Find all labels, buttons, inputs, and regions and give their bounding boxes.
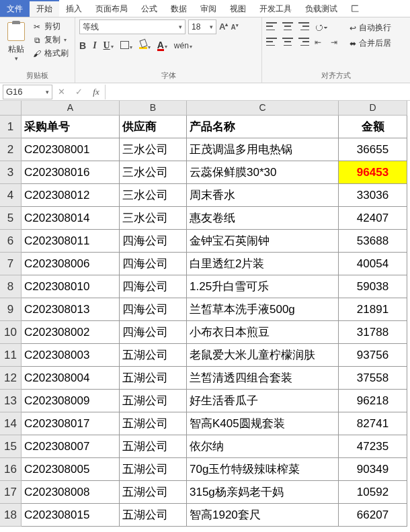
col-header-C[interactable]: C [187, 101, 339, 116]
cell[interactable]: C202308007 [22, 435, 120, 458]
row-header[interactable]: 14 [0, 412, 22, 435]
cell[interactable]: 四海公司 [120, 275, 187, 298]
cell[interactable]: 老鼠爱大米儿童柠檬润肤 [187, 344, 339, 367]
cell[interactable]: 42407 [339, 207, 407, 230]
chevron-down-icon[interactable]: ▾ [190, 44, 192, 50]
cell[interactable]: 47235 [339, 435, 407, 458]
cell[interactable]: C202308002 [22, 321, 120, 344]
cell[interactable]: 96453 [339, 161, 407, 184]
decrease-indent-button[interactable]: ⇤ [315, 38, 325, 46]
cell[interactable]: 兰皙清透四组合套装 [187, 367, 339, 390]
name-box[interactable]: G16 ▾ [3, 85, 52, 99]
cell[interactable]: 周末香水 [187, 184, 339, 207]
row-header[interactable]: 17 [0, 481, 22, 504]
cell[interactable]: 59038 [339, 275, 407, 298]
row-header[interactable]: 4 [0, 184, 22, 207]
cell[interactable]: 五湖公司 [120, 458, 187, 481]
cell[interactable]: 云蕊保鲜膜30*30 [187, 161, 339, 184]
cell[interactable]: C202308004 [22, 367, 120, 390]
cell[interactable]: 四海公司 [120, 298, 187, 321]
align-right-button[interactable] [298, 38, 309, 46]
select-all-corner[interactable] [0, 101, 22, 116]
cell[interactable]: 产品名称 [187, 116, 339, 138]
align-top-button[interactable] [266, 22, 277, 30]
cell[interactable]: C202308005 [22, 458, 120, 481]
row-header[interactable]: 12 [0, 367, 22, 390]
cell[interactable]: 好生活香瓜子 [187, 390, 339, 412]
cell[interactable]: 五湖公司 [120, 344, 187, 367]
cell[interactable]: 依尔纳 [187, 435, 339, 458]
increase-indent-button[interactable]: ⇥ [331, 38, 341, 46]
align-middle-button[interactable] [282, 22, 293, 30]
font-name-combo[interactable]: 等线 ▾ [79, 19, 186, 34]
cell[interactable]: C202308015 [22, 504, 120, 527]
cell[interactable]: 1.25升白雪可乐 [187, 275, 339, 298]
cell[interactable]: 智高K405圆规套装 [187, 412, 339, 435]
cell[interactable]: 采购单号 [22, 116, 120, 138]
chevron-down-icon[interactable]: ▾ [64, 37, 67, 43]
cell[interactable]: 白里透红2片装 [187, 253, 339, 275]
cell[interactable]: C202308016 [22, 161, 120, 184]
row-header[interactable]: 15 [0, 435, 22, 458]
cell[interactable]: 兰皙草本洗手液500g [187, 298, 339, 321]
font-color-button[interactable]: A [157, 41, 164, 51]
border-button[interactable] [120, 41, 129, 49]
merge-center-button[interactable]: ⬌ 合并后居 [350, 38, 391, 49]
cell[interactable]: 37558 [339, 367, 407, 390]
cut-button[interactable]: ✂ 剪切 [32, 21, 69, 32]
cell[interactable]: 五湖公司 [120, 412, 187, 435]
row-header[interactable]: 6 [0, 230, 22, 253]
col-header-B[interactable]: B [120, 101, 187, 116]
cell[interactable]: 96218 [339, 390, 407, 412]
tab-home[interactable]: 开始 [30, 0, 59, 17]
underline-button[interactable]: U [104, 40, 110, 50]
cell[interactable]: 三水公司 [120, 207, 187, 230]
cell[interactable]: 供应商 [120, 116, 187, 138]
tab-data[interactable]: 数据 [164, 0, 194, 17]
tab-extra[interactable]: 匚 [344, 0, 366, 17]
cell[interactable]: 五湖公司 [120, 504, 187, 527]
fill-color-button[interactable] [139, 41, 147, 49]
cell[interactable]: C202308009 [22, 390, 120, 412]
cell[interactable]: 53688 [339, 230, 407, 253]
col-header-A[interactable]: A [22, 101, 120, 116]
phonetic-button[interactable]: wén▾ [174, 41, 192, 50]
align-center-button[interactable] [282, 38, 293, 46]
cell[interactable]: 五湖公司 [120, 367, 187, 390]
row-header[interactable]: 3 [0, 161, 22, 184]
formula-input[interactable] [105, 85, 410, 99]
row-header[interactable]: 13 [0, 390, 22, 412]
paste-button[interactable]: 粘贴 ▾ [4, 19, 28, 69]
cell[interactable]: C202308014 [22, 207, 120, 230]
cell[interactable]: 惠友卷纸 [187, 207, 339, 230]
row-header[interactable]: 10 [0, 321, 22, 344]
tab-dev[interactable]: 开发工具 [253, 0, 298, 17]
row-header[interactable]: 2 [0, 138, 22, 161]
tab-insert[interactable]: 插入 [59, 0, 89, 17]
cell[interactable]: C202308013 [22, 298, 120, 321]
cell[interactable]: C202308017 [22, 412, 120, 435]
cell[interactable]: 小布衣日本煎豆 [187, 321, 339, 344]
cell[interactable]: 315g杨亲妈老干妈 [187, 481, 339, 504]
cell[interactable]: 金钟宝石英闹钟 [187, 230, 339, 253]
cell[interactable]: 智高1920套尺 [187, 504, 339, 527]
chevron-down-icon[interactable]: ▾ [210, 24, 213, 30]
row-header[interactable]: 5 [0, 207, 22, 230]
cell[interactable]: C202308012 [22, 184, 120, 207]
row-header[interactable]: 11 [0, 344, 22, 367]
format-painter-button[interactable]: 🖌 格式刷 [32, 48, 69, 59]
tab-load[interactable]: 负载测试 [298, 0, 344, 17]
insert-function-button[interactable]: fx [87, 87, 105, 97]
row-header[interactable]: 7 [0, 253, 22, 275]
chevron-down-icon[interactable]: ▾ [111, 44, 114, 50]
cell[interactable]: 正茂调温多用电热锅 [187, 138, 339, 161]
shrink-font-button[interactable]: A▾ [231, 23, 238, 31]
cell[interactable]: 66207 [339, 504, 407, 527]
chevron-down-icon[interactable]: ▾ [130, 44, 132, 50]
chevron-down-icon[interactable]: ▾ [165, 44, 167, 50]
cell[interactable]: 三水公司 [120, 161, 187, 184]
cell[interactable]: C202308010 [22, 275, 120, 298]
row-header[interactable]: 18 [0, 504, 22, 527]
cell[interactable]: C202308001 [22, 138, 120, 161]
orientation-button[interactable]: ⭯▾ [315, 22, 328, 32]
